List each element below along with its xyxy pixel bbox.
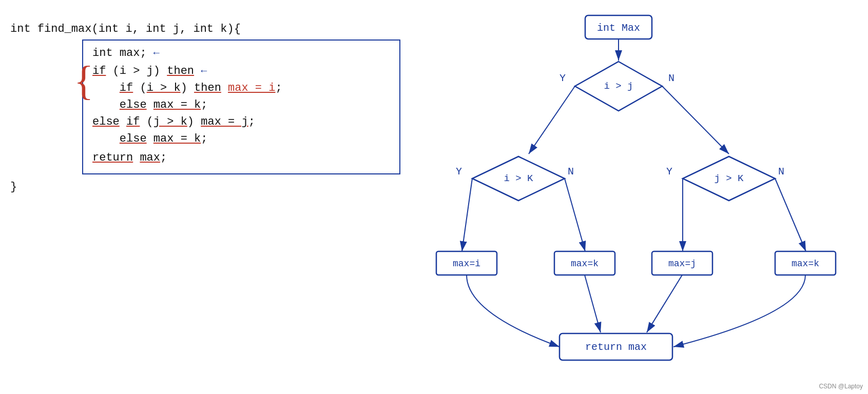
svg-line-18: [647, 275, 682, 332]
int-max-label: int Max: [597, 22, 640, 34]
max-i-box-label: max=i: [453, 259, 480, 269]
code-line-1: int max; ←: [92, 45, 390, 62]
svg-line-5: [662, 86, 729, 154]
y-label-2: Y: [456, 166, 462, 178]
code-line-4: else max = k;: [92, 96, 390, 113]
flowchart-svg: int Max i > j Y N i > K Y N j > K Y N: [421, 5, 862, 390]
code-line-3: if (i > k) then max = i;: [92, 80, 390, 96]
max-eq-k-2: max = k: [153, 132, 201, 145]
if-keyword-1: if: [92, 65, 106, 77]
svg-line-9: [565, 179, 585, 251]
j-gt-k: j > k: [153, 115, 187, 128]
i-gt-j-label: i > j: [604, 81, 633, 92]
y-label-3: Y: [666, 166, 672, 178]
red-brace: {: [74, 60, 93, 101]
max-j-box-label: max=j: [668, 259, 696, 269]
else-keyword-3: else: [120, 132, 147, 145]
max-k2-box-label: max=k: [792, 259, 819, 269]
svg-line-8: [462, 179, 472, 251]
svg-line-11: [775, 179, 806, 251]
svg-line-4: [529, 86, 575, 154]
else-keyword-1: else: [120, 98, 147, 111]
max-eq-k-1: max = k: [153, 98, 201, 111]
else-keyword-2: else: [92, 115, 120, 128]
code-line-2: if (i > j) then ←: [92, 63, 390, 80]
code-line-6: else max = k;: [92, 130, 390, 147]
flowchart: int Max i > j Y N i > K Y N j > K Y N: [421, 5, 862, 390]
return-keyword: return: [92, 151, 133, 164]
arrow-2: ←: [201, 65, 207, 77]
code-section: int find_max(int i, int j, int k){ { int…: [10, 21, 400, 195]
watermark: CSDN @Laptoy: [819, 383, 863, 390]
max-return: max: [140, 151, 160, 164]
i-gt-k: i > k: [147, 82, 181, 94]
i-gt-k-label: i > K: [504, 173, 533, 184]
svg-line-17: [585, 275, 601, 332]
arrow-1: ←: [153, 47, 160, 59]
max-eq-i: max = i: [228, 82, 275, 94]
then-keyword-1: then: [167, 65, 194, 77]
code-box: { int max; ← if (i > j) then ← if (i > k…: [82, 40, 400, 174]
if-keyword-3: if: [126, 115, 140, 128]
j-gt-k-label: j > K: [714, 173, 744, 184]
n-label-2: N: [568, 166, 574, 178]
function-signature: int find_max(int i, int j, int k){: [10, 21, 400, 37]
max-k1-box-label: max=k: [571, 259, 599, 269]
if-keyword-2: if: [120, 82, 133, 94]
y-label-1: Y: [560, 72, 566, 84]
closing-brace: }: [10, 179, 400, 195]
then-keyword-2: then: [194, 82, 221, 94]
n-label-3: N: [778, 166, 784, 178]
return-max-label: return max: [585, 341, 647, 353]
code-line-5: else if (j > k) max = j;: [92, 113, 390, 130]
max-eq-j: max = j: [201, 115, 248, 128]
code-line-7: return max;: [92, 149, 390, 166]
n-label-1: N: [668, 72, 674, 84]
